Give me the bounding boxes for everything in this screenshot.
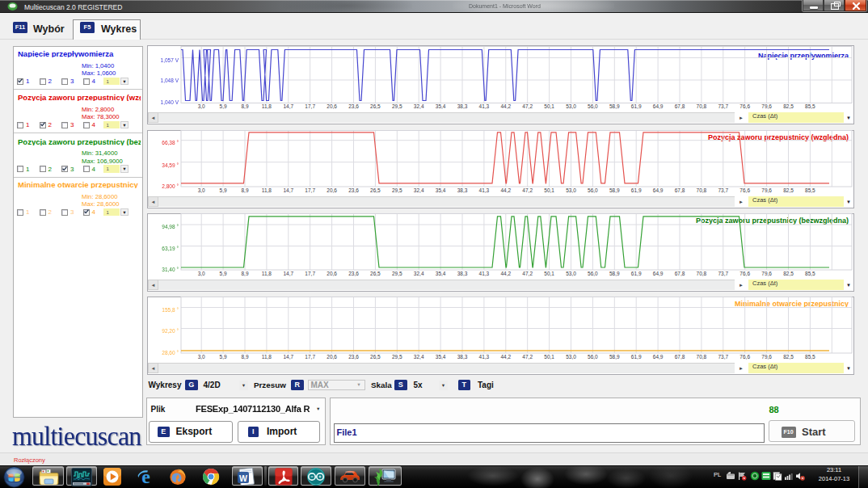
svg-text:W: W bbox=[239, 473, 247, 482]
svg-text:e: e bbox=[141, 466, 150, 487]
